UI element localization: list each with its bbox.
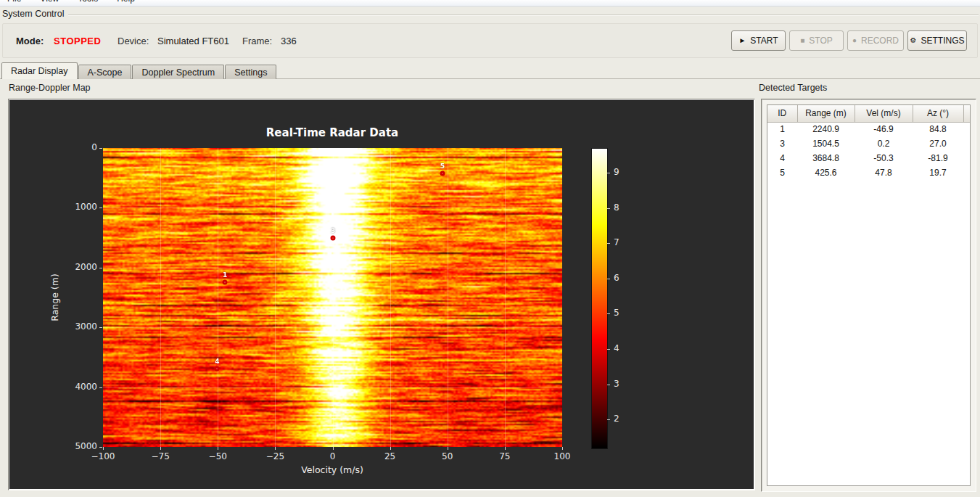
device-value: Simulated FT601 [157, 36, 229, 46]
record-button-label: RECORD [861, 36, 899, 46]
table-row[interactable]: 5425.647.819.7 [767, 165, 970, 180]
y-tick-mark [99, 387, 102, 388]
settings-button-label: SETTINGS [921, 36, 964, 46]
y-tick-mark [99, 447, 102, 448]
tab-bar: Radar DisplayA-ScopeDoppler SpectrumSett… [1, 62, 277, 79]
group-title: System Control [2, 9, 68, 19]
y-tick-label: 2000 [58, 262, 97, 272]
tab-settings[interactable]: Settings [225, 65, 276, 79]
colorbar-tick-mark [607, 419, 610, 420]
tab-doppler-spectrum[interactable]: Doppler Spectrum [132, 65, 224, 79]
targets-cell-stub [963, 122, 970, 136]
x-tick-label: 25 [384, 451, 395, 461]
x-tick-mark [390, 447, 391, 450]
targets-table: IDRange (m)Vel (m/s)Az (°) 12240.9-46.98… [767, 105, 970, 180]
menu-item-view[interactable]: View [40, 0, 59, 6]
menu-item-tools[interactable]: Tools [78, 0, 98, 6]
y-tick-mark [99, 148, 102, 149]
play-icon: ► [738, 37, 746, 44]
x-tick-label: 0 [330, 451, 336, 461]
targets-cell: 84.8 [913, 122, 963, 136]
targets-cell: 19.7 [913, 165, 963, 180]
x-tick-label: −25 [266, 451, 284, 461]
colorbar-tick-label: 3 [614, 379, 619, 389]
x-tick-label: 50 [442, 451, 453, 461]
menu-item-help[interactable]: Help [117, 0, 135, 6]
targets-col-header-range-m[interactable]: Range (m) [797, 105, 855, 122]
y-tick-label: 3000 [58, 321, 97, 332]
menu-bar: FileViewToolsHelp [0, 0, 980, 7]
x-axis-label: Velocity (m/s) [301, 464, 363, 475]
targets-header-row: IDRange (m)Vel (m/s)Az (°) [767, 105, 970, 122]
targets-cell: 3 [767, 136, 797, 151]
table-row[interactable]: 43684.8-50.3-81.9 [767, 151, 970, 165]
targets-cell: 1 [767, 122, 797, 136]
range-doppler-heatmap [103, 148, 562, 447]
group-border-line [67, 15, 979, 15]
x-tick-label: 75 [499, 451, 510, 461]
target-marker-4 [215, 366, 220, 371]
x-tick-mark [103, 447, 104, 450]
record-icon: ● [852, 37, 857, 44]
colorbar-tick-mark [607, 173, 610, 173]
colorbar-tick-label: 2 [614, 414, 619, 424]
targets-cell: 2240.9 [797, 122, 855, 136]
y-tick-mark [99, 327, 102, 328]
tab-a-scope[interactable]: A-Scope [78, 65, 132, 79]
colorbar-tick-mark [607, 313, 610, 314]
y-tick-label: 0 [58, 142, 97, 152]
settings-button[interactable]: ⚙SETTINGS [907, 30, 967, 51]
table-row[interactable]: 12240.9-46.984.8 [767, 122, 970, 136]
y-tick-mark [99, 268, 102, 268]
colorbar-tick-mark [607, 385, 610, 385]
y-tick-mark [99, 208, 102, 208]
targets-cell: 47.8 [855, 165, 913, 180]
tab-radar-display[interactable]: Radar Display [1, 62, 78, 79]
y-tick-label: 5000 [58, 441, 97, 451]
targets-cell: 425.6 [797, 165, 855, 180]
y-axis-label: Range (m) [49, 274, 60, 321]
colorbar-tick-mark [607, 243, 610, 244]
target-marker-1 [223, 279, 228, 284]
transport-buttons: ►START■STOP●RECORD⚙SETTINGS [731, 30, 967, 51]
system-control-group: System Control Mode: STOPPED Device: Sim… [0, 9, 980, 59]
targets-cell: 0.2 [855, 136, 913, 151]
targets-col-header-id[interactable]: ID [767, 105, 797, 122]
targets-col-header-az[interactable]: Az (°) [913, 105, 963, 122]
table-row[interactable]: 31504.50.227.0 [767, 136, 970, 151]
target-marker-3 [331, 235, 336, 240]
targets-cell-stub [963, 165, 970, 180]
targets-cell: -50.3 [855, 151, 913, 165]
x-tick-mark [333, 447, 334, 450]
targets-col-header-vel-m-s[interactable]: Vel (m/s) [855, 105, 913, 122]
target-marker-label-3: 3 [331, 227, 335, 234]
range-doppler-panel: Real-Time Radar Data Velocity (m/s) Rang… [8, 99, 755, 490]
targets-cell: 4 [767, 151, 797, 165]
colorbar-tick-label: 4 [614, 343, 619, 353]
targets-cell-stub [963, 151, 970, 165]
chart-title: Real-Time Radar Data [266, 126, 398, 139]
targets-cell: -81.9 [913, 151, 963, 165]
colorbar-tick-label: 5 [614, 308, 619, 318]
targets-col-header-stub [963, 105, 970, 122]
stop-button: ■STOP [789, 30, 844, 51]
radar-app-window: { "menu": { "items": ["File", "View", "T… [0, 0, 980, 497]
range-doppler-map-label: Range-Doppler Map [9, 83, 91, 93]
stop-button-label: STOP [809, 36, 832, 46]
x-tick-mark [448, 447, 448, 450]
x-tick-label: 100 [554, 451, 571, 461]
menu-item-file[interactable]: File [7, 0, 21, 6]
y-tick-label: 4000 [58, 382, 97, 392]
targets-cell: -46.9 [855, 122, 913, 136]
x-tick-mark [505, 447, 506, 450]
colorbar-tick-mark [607, 208, 610, 209]
mode-value: STOPPED [54, 36, 101, 46]
x-tick-mark [275, 447, 276, 450]
start-button[interactable]: ►START [731, 30, 786, 51]
detected-targets-label: Detected Targets [759, 83, 827, 93]
targets-cell: 27.0 [913, 136, 963, 151]
x-tick-label: −75 [151, 451, 169, 461]
targets-cell-stub [963, 136, 970, 151]
y-tick-label: 1000 [58, 202, 97, 212]
system-control-content: Mode: STOPPED Device: Simulated FT601 Fr… [2, 23, 978, 58]
